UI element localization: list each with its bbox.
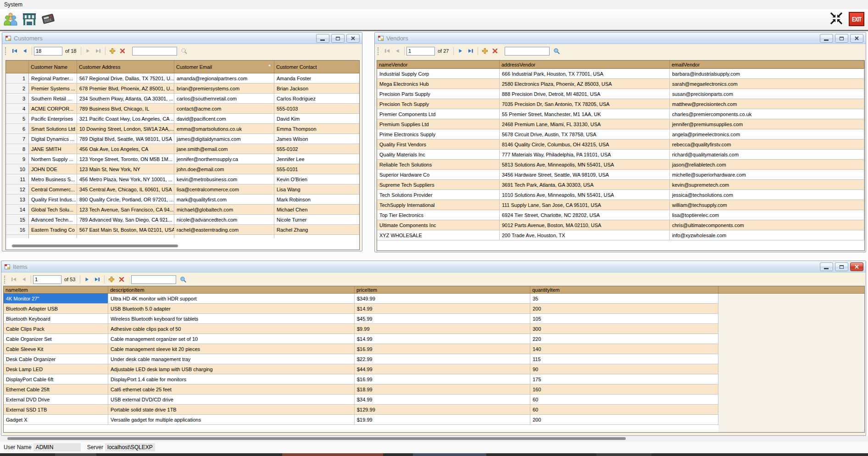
cell[interactable]: 456 Innovation Drive, Austin, TX 78701..… bbox=[77, 235, 174, 238]
column-header[interactable]: emailVendor bbox=[670, 61, 864, 69]
column-header[interactable]: addressVendor bbox=[500, 61, 670, 69]
add-new-button[interactable] bbox=[107, 46, 117, 56]
cell[interactable]: 567 Regional Drive, Dallas, TX 75201, U.… bbox=[77, 73, 174, 83]
table-row[interactable]: 15Advanced Techn...789 Advanced Way, San… bbox=[6, 215, 359, 225]
cell[interactable]: Amanda Foster bbox=[274, 73, 359, 83]
move-first-button[interactable] bbox=[382, 46, 392, 56]
table-row[interactable]: Quality Materials Inc777 Materials Way, … bbox=[377, 150, 864, 160]
cell[interactable]: Pacific Enterprises bbox=[29, 114, 77, 124]
cell[interactable]: 345 Central Ave, Chicago, IL 60601, USA bbox=[77, 184, 174, 195]
cell[interactable]: 6924 Tier Street, Charlotte, NC 28202, U… bbox=[500, 210, 670, 220]
move-previous-button[interactable] bbox=[392, 46, 402, 56]
cell[interactable]: Smart Solutions Ltd bbox=[29, 124, 77, 134]
table-row[interactable]: 3Southern Retail ...234 Southern Pkwy, A… bbox=[6, 94, 359, 104]
cell[interactable]: Cable management sleeve kit 20 pieces bbox=[108, 344, 355, 354]
table-row[interactable]: Premier Components Ltd55 Premier Street,… bbox=[377, 109, 864, 119]
cell[interactable]: Premium Supplies Ltd bbox=[377, 119, 500, 129]
cell[interactable]: 555-0103 bbox=[274, 104, 359, 114]
table-row[interactable]: 10JOHN DOE123 Main St, New York, NYjohn.… bbox=[6, 164, 359, 174]
cell[interactable]: mark@qualityfirst.com bbox=[174, 195, 274, 205]
table-row[interactable]: Tech Solutions Provider1010 Solutions Av… bbox=[377, 190, 864, 200]
cell[interactable]: 123 Main St, New York, NY bbox=[77, 164, 174, 174]
cell[interactable]: Ultimate Components Inc bbox=[377, 220, 500, 230]
cell[interactable]: Metro Business S... bbox=[29, 174, 77, 184]
cell[interactable]: Mark Robinson bbox=[274, 195, 359, 205]
cell[interactable]: Rachel Zhang bbox=[274, 225, 359, 235]
cell[interactable]: sarah@innovative... bbox=[174, 235, 274, 238]
minimize-button[interactable] bbox=[316, 34, 329, 43]
cell[interactable]: michael@globaltech.com bbox=[174, 205, 274, 215]
cell[interactable]: Bluetooth Adapter USB bbox=[4, 304, 108, 314]
cell[interactable]: 888 Precision Drive, Detroit, MI 48201, … bbox=[500, 89, 670, 99]
cell[interactable]: jennifer@northernsupply.ca bbox=[174, 154, 274, 164]
cell[interactable]: 220 bbox=[530, 334, 718, 344]
column-header[interactable]: Customer Name bbox=[29, 61, 77, 73]
cell[interactable]: Jennifer Lee bbox=[274, 154, 359, 164]
toolbar-grip[interactable] bbox=[5, 47, 7, 55]
table-row[interactable]: 13Quality First Indus...890 Quality Circ… bbox=[6, 195, 359, 205]
cell[interactable]: Digital Dynamics ... bbox=[29, 134, 77, 144]
cell[interactable]: Under desk cable management tray bbox=[108, 354, 355, 364]
close-button[interactable] bbox=[850, 262, 863, 271]
maximize-button[interactable] bbox=[331, 34, 345, 43]
cell[interactable]: 9012 Parts Avenue, Boston, MA 02110, USA bbox=[500, 220, 670, 230]
search-input[interactable] bbox=[132, 47, 177, 56]
cell[interactable]: 678 Premier Blvd, Phoenix, AZ 85001, U..… bbox=[77, 83, 174, 94]
customers-people-icon[interactable] bbox=[3, 11, 18, 27]
cell[interactable]: 9 bbox=[6, 154, 29, 164]
cell[interactable]: barbara@industrialsupply.com bbox=[670, 69, 864, 79]
cell[interactable]: rebecca@qualityfirstv.com bbox=[670, 139, 864, 150]
cell[interactable]: jason@reliabletech.com bbox=[670, 160, 864, 170]
cell[interactable]: 2468 Premium Lane, Miami, FL 33130, USA bbox=[500, 119, 670, 129]
cell[interactable]: 890 Quality Circle, Portland, OR 97201, … bbox=[77, 195, 174, 205]
cell[interactable]: 2580 Electronics Plaza, Phoenix, AZ 8500… bbox=[500, 79, 670, 89]
cell[interactable]: Bluetooth Keyboard bbox=[4, 314, 108, 324]
table-row[interactable]: Industrial Supply Corp666 Industrial Par… bbox=[377, 69, 864, 79]
table-row[interactable]: Premium Supplies Ltd2468 Premium Lane, M… bbox=[377, 119, 864, 129]
cell[interactable]: jennifer@premiumsupplies.com bbox=[670, 119, 864, 129]
cell[interactable]: emma@smartsolutions.co.uk bbox=[174, 124, 274, 134]
move-first-button[interactable] bbox=[9, 275, 19, 284]
cell[interactable]: john.doe@email.com bbox=[174, 164, 274, 174]
cell[interactable]: 123 Yonge Street, Toronto, ON M5B 1M... bbox=[77, 154, 174, 164]
cell[interactable]: david@pacificent.com bbox=[174, 114, 274, 124]
cell[interactable]: Adjustable LED desk lamp with USB chargi… bbox=[108, 364, 355, 374]
cell[interactable]: Precision Parts Supply bbox=[377, 89, 500, 99]
cell[interactable]: 789 Business Blvd, Chicago, IL bbox=[77, 104, 174, 114]
table-row[interactable]: XYZ WHOLESALE200 Trade Ave, Houston, TXi… bbox=[377, 230, 864, 240]
cell[interactable]: $14.99 bbox=[355, 304, 530, 314]
cell[interactable]: 111 Supply Lane, San Jose, CA 95101, USA bbox=[500, 200, 670, 210]
cell[interactable]: brian@premiersystems.com bbox=[174, 83, 274, 94]
cell[interactable]: 10 Downing Street, London, SW1A 2AA,... bbox=[77, 124, 174, 134]
cell[interactable]: rachel@easterntrading.com bbox=[174, 225, 274, 235]
cell[interactable]: 60 bbox=[530, 405, 718, 415]
cell[interactable]: External DVD Drive bbox=[4, 395, 108, 405]
search-input[interactable] bbox=[505, 47, 550, 56]
delete-button[interactable] bbox=[490, 46, 500, 56]
cell[interactable]: 123 Tech Avenue, San Francisco, CA 94... bbox=[77, 205, 174, 215]
move-previous-button[interactable] bbox=[20, 46, 30, 56]
cell[interactable]: 5 bbox=[6, 114, 29, 124]
column-header[interactable]: Customer Contact bbox=[274, 61, 359, 73]
cell[interactable]: Portable solid state drive 1TB bbox=[108, 405, 355, 415]
cell[interactable]: $14.99 bbox=[355, 334, 530, 344]
cell[interactable]: 5678 Circuit Drive, Austin, TX 78758, US… bbox=[500, 129, 670, 139]
cell[interactable]: 105 bbox=[530, 314, 718, 324]
cell[interactable]: $16.99 bbox=[355, 374, 530, 384]
cell[interactable]: David Kim bbox=[274, 114, 359, 124]
cell[interactable]: USB Bluetooth 5.0 adapter bbox=[108, 304, 355, 314]
table-row[interactable]: 7Digital Dynamics ...789 Digital Blvd, S… bbox=[6, 134, 359, 144]
cell[interactable]: $18.99 bbox=[355, 384, 530, 395]
cell[interactable]: Kevin O'Brien bbox=[274, 174, 359, 184]
cell[interactable]: Northern Supply ... bbox=[29, 154, 77, 164]
cell[interactable]: Versatile gadget for multiple applicatio… bbox=[108, 415, 355, 425]
items-titlebar[interactable]: Items bbox=[1, 261, 866, 272]
cell[interactable]: Prime Electronics Supply bbox=[377, 129, 500, 139]
cell[interactable]: XYZ WHOLESALE bbox=[377, 230, 500, 240]
cell[interactable]: 777 Materials Way, Philadelphia, PA 1910… bbox=[500, 150, 670, 160]
cell[interactable]: Quality First Vendors bbox=[377, 139, 500, 150]
cell[interactable]: 15 bbox=[6, 215, 29, 225]
cell[interactable]: Superior Hardware Co bbox=[377, 170, 500, 180]
cell[interactable]: 10 bbox=[6, 164, 29, 174]
move-last-button[interactable] bbox=[93, 46, 103, 56]
